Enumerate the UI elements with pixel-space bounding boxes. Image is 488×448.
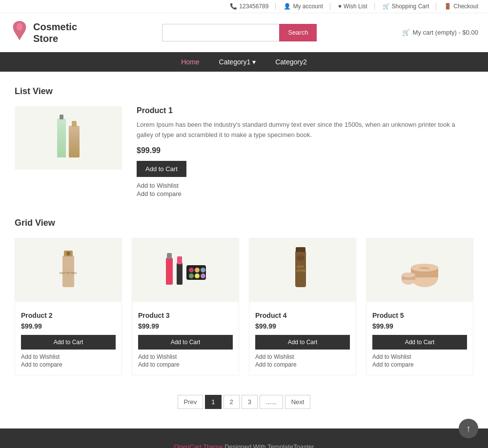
checkout-item[interactable]: 🚪 Checkout xyxy=(444,3,478,10)
account-icon: 👤 xyxy=(284,3,291,10)
cart-icon: 🛒 xyxy=(383,3,390,10)
grid-product-4-price: $99.99 xyxy=(255,322,350,330)
grid-product-2-compare-link[interactable]: Add to compare xyxy=(21,361,116,368)
svg-point-20 xyxy=(297,255,305,261)
svg-text:BODY: BODY xyxy=(297,265,305,268)
wish-list-item[interactable]: ♥ Wish List xyxy=(338,3,375,10)
grid-product-4-name: Product 4 xyxy=(255,312,350,319)
grid-product-5-image: L'OREAL xyxy=(366,238,473,302)
phone-number: 123456789 xyxy=(239,3,268,10)
main-nav: Home Category1 ▾ Category2 xyxy=(0,52,488,72)
list-view-title: List View xyxy=(15,86,473,97)
list-add-to-cart-button[interactable]: Add to Cart xyxy=(137,161,186,177)
grid-product-2-image: MATTIFYING xyxy=(15,238,122,302)
grid-product-3: Product 3 $99.99 Add to Cart Add to Wish… xyxy=(132,238,239,375)
svg-point-0 xyxy=(17,23,22,31)
logo-text: CosmeticStore xyxy=(33,21,77,44)
grid-product-4-wishlist-link[interactable]: Add to Wishlist xyxy=(255,353,350,360)
svg-rect-8 xyxy=(177,256,182,264)
pagination-page-2-button[interactable]: 2 xyxy=(224,395,240,409)
grid-product-2-add-cart-button[interactable]: Add to Cart xyxy=(21,335,116,350)
back-to-top-button[interactable]: ↑ xyxy=(459,419,478,438)
list-view-section: List View Product 1 Lorem Ipsum has been… xyxy=(15,86,473,198)
grid-view-title: Grid View xyxy=(15,218,473,228)
grid-product-3-wishlist-link[interactable]: Add to Wishlist xyxy=(138,353,233,360)
nav-category2[interactable]: Category2 xyxy=(265,52,317,72)
logo[interactable]: CosmeticStore xyxy=(10,20,77,45)
footer-link[interactable]: OpenCart Theme xyxy=(174,443,223,448)
grid-product-3-add-cart-button[interactable]: Add to Cart xyxy=(138,335,233,350)
nav-home[interactable]: Home xyxy=(171,52,209,72)
cart-label: My cart (empty) - $0.00 xyxy=(413,29,478,36)
list-product-price: $99.99 xyxy=(137,146,473,155)
cart-icon-header: 🛒 xyxy=(402,29,410,36)
grid-product-3-name: Product 3 xyxy=(138,312,233,319)
list-product-item: Product 1 Lorem Ipsum has been the indus… xyxy=(15,106,473,198)
phone-icon: 📞 xyxy=(230,3,237,10)
grid-product-4-actions: Add to Wishlist Add to compare xyxy=(255,353,350,368)
svg-text:L'OREAL: L'OREAL xyxy=(420,267,430,270)
search-input[interactable] xyxy=(162,24,279,41)
chevron-down-icon: ▾ xyxy=(252,58,256,66)
grid-product-4-image: BODY LOTION xyxy=(249,238,356,302)
shopping-cart-item[interactable]: 🛒 Shopping Cart xyxy=(383,3,437,10)
grid-product-5-body: Product 5 $99.99 Add to Cart Add to Wish… xyxy=(366,308,473,375)
checkout-icon: 🚪 xyxy=(444,3,451,10)
search-button[interactable]: Search xyxy=(279,24,317,41)
list-add-to-compare-link[interactable]: Add to compare xyxy=(137,190,473,197)
grid-product-3-compare-link[interactable]: Add to compare xyxy=(138,361,233,368)
footer: OpenCart Theme Designed With TemplateToa… xyxy=(0,429,488,448)
grid-product-5-wishlist-link[interactable]: Add to Wishlist xyxy=(372,353,467,360)
list-product-name: Product 1 xyxy=(137,106,473,115)
svg-point-3 xyxy=(66,252,70,255)
svg-rect-6 xyxy=(167,253,172,259)
grid-view-section: Grid View MATTIFYING Product 2 $99.99 xyxy=(15,218,473,375)
phone-item[interactable]: 📞 123456789 xyxy=(230,3,276,10)
pagination-ellipsis-button[interactable]: ...... xyxy=(260,395,283,409)
nav-category1[interactable]: Category1 ▾ xyxy=(209,52,266,72)
logo-icon xyxy=(10,20,29,45)
pagination-prev-button[interactable]: Prev xyxy=(178,395,203,409)
svg-point-27 xyxy=(402,273,415,277)
grid-product-3-body: Product 3 $99.99 Add to Cart Add to Wish… xyxy=(132,308,239,375)
pagination: Prev 1 2 3 ...... Next xyxy=(15,395,473,409)
grid-container: MATTIFYING Product 2 $99.99 Add to Cart … xyxy=(15,238,473,375)
wish-list-label: Wish List xyxy=(344,3,367,10)
grid-product-5-price: $99.99 xyxy=(372,322,467,330)
grid-product-5-name: Product 5 xyxy=(372,312,467,319)
svg-point-14 xyxy=(195,273,200,278)
grid-product-4-compare-link[interactable]: Add to compare xyxy=(255,361,350,368)
svg-point-11 xyxy=(195,268,200,273)
pagination-page-3-button[interactable]: 3 xyxy=(242,395,258,409)
my-account-label: My account xyxy=(293,3,323,10)
grid-product-4-add-cart-button[interactable]: Add to Cart xyxy=(255,335,350,350)
grid-product-5-actions: Add to Wishlist Add to compare xyxy=(372,353,467,368)
svg-point-15 xyxy=(201,273,205,278)
pagination-next-button[interactable]: Next xyxy=(285,395,311,409)
svg-text:MATTIFYING: MATTIFYING xyxy=(60,272,77,274)
list-product-image xyxy=(15,106,122,170)
grid-product-4: BODY LOTION Product 4 $99.99 Add to Cart… xyxy=(249,238,356,375)
grid-product-3-image xyxy=(132,238,239,302)
svg-point-12 xyxy=(201,268,205,273)
bottle-tall-icon xyxy=(57,118,66,157)
grid-product-2-wishlist-link[interactable]: Add to Wishlist xyxy=(21,353,116,360)
grid-product-4-body: Product 4 $99.99 Add to Cart Add to Wish… xyxy=(249,308,356,375)
list-add-to-wishlist-link[interactable]: Add to Wishlist xyxy=(137,182,473,189)
grid-product-5-add-cart-button[interactable]: Add to Cart xyxy=(372,335,467,350)
my-account-item[interactable]: 👤 My account xyxy=(284,3,330,10)
grid-product-2-price: $99.99 xyxy=(21,322,116,330)
heart-icon: ♥ xyxy=(338,3,342,10)
bottle-medium-icon xyxy=(69,126,80,157)
grid-product-2-name: Product 2 xyxy=(21,312,116,319)
header: CosmeticStore Search 🛒 My cart (empty) -… xyxy=(0,13,488,52)
grid-product-5-compare-link[interactable]: Add to compare xyxy=(372,361,467,368)
footer-text: Designed With TemplateToaster xyxy=(224,443,314,448)
checkout-label: Checkout xyxy=(453,3,478,10)
svg-point-13 xyxy=(189,273,194,278)
svg-text:LOTION: LOTION xyxy=(296,269,305,272)
grid-product-2-actions: Add to Wishlist Add to compare xyxy=(21,353,116,368)
cart-info[interactable]: 🛒 My cart (empty) - $0.00 xyxy=(402,29,478,36)
pagination-page-1-button[interactable]: 1 xyxy=(205,395,221,409)
grid-product-5: L'OREAL Product 5 $99.99 Add to Cart Add… xyxy=(366,238,473,375)
